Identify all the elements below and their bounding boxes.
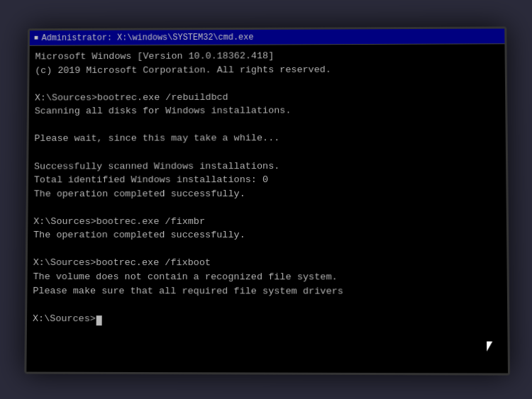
terminal-cursor <box>96 315 102 325</box>
monitor-screen: ■ Administrator: X:\windows\SYSTEM32\cmd… <box>24 26 510 375</box>
terminal-body[interactable]: Microsoft Windows [Version 10.0.18362.41… <box>26 44 508 373</box>
mouse-cursor <box>487 341 494 351</box>
cmd-icon: ■ <box>34 34 38 42</box>
photo-frame: ■ Administrator: X:\windows\SYSTEM32\cmd… <box>0 0 532 399</box>
window-title: Administrator: X:\windows\SYSTEM32\cmd.e… <box>42 32 254 43</box>
title-bar: ■ Administrator: X:\windows\SYSTEM32\cmd… <box>30 28 505 45</box>
